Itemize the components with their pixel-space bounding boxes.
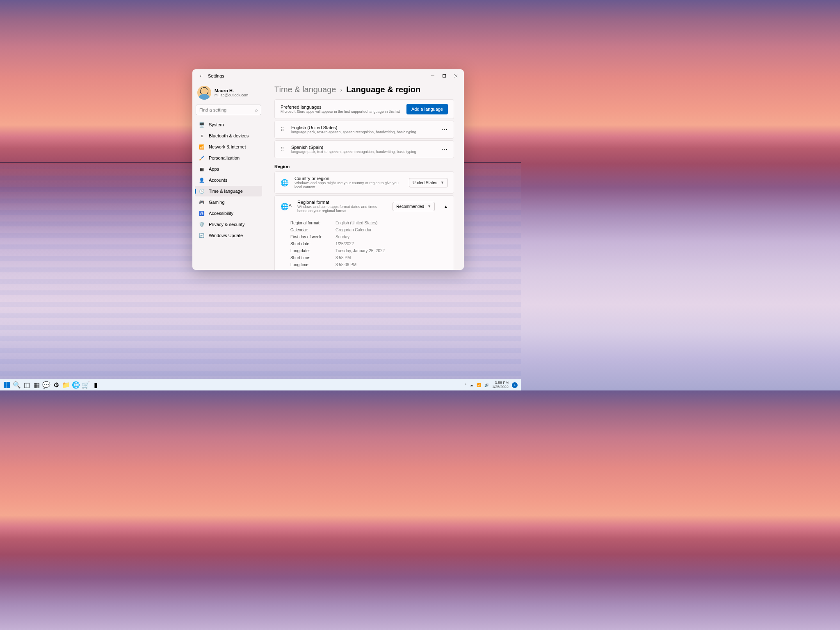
- svg-rect-4: [4, 382, 7, 385]
- format-key: Long time:: [290, 262, 336, 267]
- taskbar: 🔍 ◫ ▦ 💬 ⚙ 📁 🌐 🛒 ▮ ^ ☁ 📶 🔊 3:58 PM 1/25/2…: [0, 379, 521, 390]
- country-region-row: 🌐 Country or region Windows and apps mig…: [274, 171, 454, 194]
- sidebar-item-bluetooth-devices[interactable]: ᚼBluetooth & devices: [195, 130, 262, 141]
- nav-icon: 🕒: [199, 188, 205, 194]
- format-row: Regional format:English (United States): [281, 219, 448, 226]
- nav-label: System: [209, 122, 224, 127]
- drag-handle-icon[interactable]: ⠿: [281, 129, 285, 131]
- language-name: Spanish (Spain): [291, 145, 436, 150]
- search-icon: ⌕: [255, 107, 258, 112]
- page-title: Language & region: [346, 85, 420, 94]
- nav-icon: ♿: [199, 210, 205, 216]
- network-icon[interactable]: 📶: [477, 383, 481, 387]
- user-profile[interactable]: Mauro H. m_lab@outlook.com: [195, 84, 262, 104]
- window-title: Settings: [208, 73, 224, 78]
- language-item[interactable]: ⠿English (United States)language pack, t…: [274, 121, 454, 139]
- svg-rect-1: [443, 75, 446, 78]
- sidebar-item-apps[interactable]: ▦Apps: [195, 164, 262, 174]
- format-row: First day of week:Sunday: [281, 233, 448, 240]
- format-row: Long time:3:58:06 PM: [281, 261, 448, 268]
- titlebar: ← Settings: [192, 69, 464, 82]
- notification-badge[interactable]: 1: [512, 382, 518, 388]
- volume-icon[interactable]: 🔊: [484, 383, 489, 387]
- format-desc: Windows and some apps format dates and t…: [297, 205, 387, 213]
- format-dropdown[interactable]: Recommended ▼: [393, 202, 435, 211]
- widgets-icon[interactable]: ▦: [33, 381, 40, 389]
- nav-label: Bluetooth & devices: [209, 133, 249, 138]
- format-icon: 🌐ᴬ: [281, 203, 292, 210]
- explorer-icon[interactable]: 📁: [62, 381, 70, 389]
- user-email: m_lab@outlook.com: [215, 93, 248, 97]
- country-desc: Windows and apps might use your country …: [294, 181, 403, 189]
- minimize-button[interactable]: [427, 70, 438, 82]
- onedrive-icon[interactable]: ☁: [470, 383, 473, 387]
- back-button[interactable]: ←: [197, 73, 205, 79]
- sidebar-item-personalization[interactable]: 🖌️Personalization: [195, 153, 262, 163]
- svg-rect-6: [4, 385, 7, 388]
- nav-icon: 🛡️: [199, 221, 205, 227]
- maximize-button[interactable]: [438, 70, 450, 82]
- sidebar-item-time-language[interactable]: 🕒Time & language: [195, 186, 262, 196]
- breadcrumb-parent[interactable]: Time & language: [274, 85, 336, 94]
- sidebar-item-gaming[interactable]: 🎮Gaming: [195, 197, 262, 208]
- preferred-languages-title: Preferred languages: [281, 105, 406, 110]
- store-icon[interactable]: 🛒: [82, 381, 89, 389]
- region-heading: Region: [274, 164, 454, 169]
- sidebar-item-windows-update[interactable]: 🔄Windows Update: [195, 230, 262, 241]
- format-key: First day of week:: [290, 235, 336, 239]
- format-value: Gregorian Calendar: [336, 228, 372, 232]
- preferred-languages-header: Preferred languages Microsoft Store apps…: [274, 99, 454, 119]
- edge-icon[interactable]: 🌐: [72, 381, 80, 389]
- task-view-icon[interactable]: ◫: [23, 381, 30, 389]
- nav-label: Gaming: [209, 200, 225, 205]
- search-input[interactable]: [196, 105, 261, 115]
- nav-label: Accounts: [209, 178, 227, 183]
- nav-label: Time & language: [209, 189, 243, 194]
- drag-handle-icon[interactable]: ⠿: [281, 148, 285, 151]
- sidebar-item-system[interactable]: 🖥️System: [195, 119, 262, 130]
- format-key: Short date:: [290, 242, 336, 246]
- clock[interactable]: 3:58 PM 1/25/2022: [492, 381, 509, 389]
- search-box[interactable]: ⌕: [196, 105, 261, 115]
- nav-icon: 📶: [199, 144, 205, 150]
- terminal-icon[interactable]: ▮: [92, 381, 99, 389]
- svg-rect-7: [7, 385, 10, 388]
- start-button[interactable]: [3, 381, 11, 389]
- close-button[interactable]: [450, 70, 461, 82]
- nav-label: Personalization: [209, 155, 240, 160]
- more-options-button[interactable]: ⋯: [442, 126, 448, 133]
- tray-chevron-icon[interactable]: ^: [465, 383, 466, 387]
- preferred-languages-desc: Microsoft Store apps will appear in the …: [281, 110, 406, 114]
- format-row: Calendar:Gregorian Calendar: [281, 226, 448, 233]
- globe-icon: 🌐: [281, 179, 289, 187]
- sidebar-item-accounts[interactable]: 👤Accounts: [195, 175, 262, 185]
- country-dropdown[interactable]: United States ▼: [409, 178, 448, 187]
- collapse-button[interactable]: ▲: [444, 204, 448, 209]
- chevron-down-icon: ▼: [441, 180, 444, 185]
- chevron-down-icon: ▼: [427, 204, 431, 208]
- chat-icon[interactable]: 💬: [43, 381, 50, 389]
- sidebar: Mauro H. m_lab@outlook.com ⌕ 🖥️SystemᚼBl…: [192, 82, 265, 270]
- search-taskbar-icon[interactable]: 🔍: [13, 381, 21, 389]
- nav-icon: ▦: [199, 166, 205, 172]
- sidebar-item-network-internet[interactable]: 📶Network & internet: [195, 142, 262, 152]
- format-key: Long date:: [290, 249, 336, 253]
- nav-icon: 🎮: [199, 199, 205, 205]
- settings-taskbar-icon[interactable]: ⚙: [52, 381, 60, 389]
- nav-icon: 🔄: [199, 233, 205, 238]
- add-language-button[interactable]: Add a language: [406, 104, 448, 114]
- format-value: Tuesday, January 25, 2022: [336, 249, 385, 253]
- sidebar-item-accessibility[interactable]: ♿Accessibility: [195, 208, 262, 219]
- format-key: Regional format:: [290, 221, 336, 225]
- nav-label: Privacy & security: [209, 222, 244, 227]
- settings-window: ← Settings Mauro H. m_lab@outlook.com ⌕ …: [192, 69, 464, 270]
- sidebar-item-privacy-security[interactable]: 🛡️Privacy & security: [195, 219, 262, 230]
- language-item[interactable]: ⠿Spanish (Spain)language pack, text-to-s…: [274, 140, 454, 158]
- nav-icon: 🖌️: [199, 155, 205, 161]
- language-desc: language pack, text-to-speech, speech re…: [291, 130, 436, 134]
- more-options-button[interactable]: ⋯: [442, 146, 448, 153]
- nav-label: Windows Update: [209, 233, 243, 238]
- format-title: Regional format: [297, 200, 387, 205]
- nav-label: Network & internet: [209, 144, 246, 149]
- format-value: 3:58 PM: [336, 256, 351, 260]
